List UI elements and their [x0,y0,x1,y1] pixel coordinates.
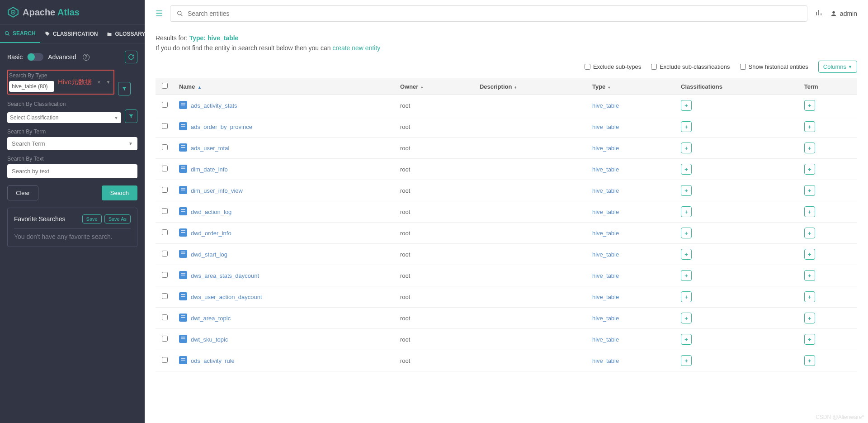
global-search[interactable] [170,5,807,22]
add-classification-button[interactable]: + [681,185,692,196]
add-term-button[interactable]: + [804,270,815,281]
type-link[interactable]: hive_table [592,145,619,152]
entity-name-link[interactable]: dwt_sku_topic [191,336,228,343]
add-classification-button[interactable]: + [681,249,692,260]
help-icon[interactable]: ? [83,54,90,61]
clear-button[interactable]: Clear [7,185,38,200]
add-term-button[interactable]: + [804,291,815,302]
add-term-button[interactable]: + [804,334,815,345]
atlas-logo-icon [7,6,19,18]
row-checkbox[interactable] [162,166,168,171]
row-checkbox[interactable] [162,272,168,278]
add-term-button[interactable]: + [804,206,815,217]
clear-type-icon[interactable]: × [97,79,101,86]
menu-toggle-icon[interactable]: ☰ [156,9,163,19]
entity-name-link[interactable]: dwd_start_log [191,251,227,258]
row-checkbox[interactable] [162,187,168,193]
entity-name-link[interactable]: ods_activity_rule [191,357,235,364]
add-term-button[interactable]: + [804,185,815,196]
classification-filter-button[interactable] [125,109,137,123]
columns-button[interactable]: Columns▼ [818,61,857,73]
tab-glossary[interactable]: GLOSSARY [102,25,150,43]
add-classification-button[interactable]: + [681,291,692,302]
header-checkbox[interactable] [156,78,174,95]
user-menu[interactable]: admin [830,10,857,17]
add-classification-button[interactable]: + [681,334,692,345]
mode-toggle[interactable] [27,53,43,61]
type-link[interactable]: hive_table [592,166,619,173]
entity-name-link[interactable]: ads_activity_stats [191,102,237,109]
add-classification-button[interactable]: + [681,100,692,111]
header-type[interactable]: Type ♦ [587,78,675,95]
entity-name-link[interactable]: dwt_area_topic [191,315,231,322]
type-link[interactable]: hive_table [592,357,619,364]
type-link[interactable]: hive_table [592,102,619,109]
entity-name-link[interactable]: dwd_order_info [191,230,231,237]
add-classification-button[interactable]: + [681,228,692,238]
tab-classification[interactable]: CLASSIFICATION [40,25,103,43]
type-link[interactable]: hive_table [592,124,619,130]
header-owner[interactable]: Owner ♦ [395,78,474,95]
chevron-down-icon[interactable]: ▼ [106,80,111,85]
row-checkbox[interactable] [162,208,168,214]
add-classification-button[interactable]: + [681,164,692,175]
add-term-button[interactable]: + [804,249,815,260]
type-select[interactable]: hive_table (80) [9,81,54,92]
table-row: dwt_area_topic root hive_table + + [156,308,857,329]
type-link[interactable]: hive_table [592,272,619,279]
classification-select[interactable]: Select Classification ▼ [7,112,121,123]
row-checkbox[interactable] [162,293,168,299]
entity-name-link[interactable]: dim_user_info_view [191,187,243,194]
save-as-button[interactable]: Save As [104,214,131,223]
row-checkbox[interactable] [162,314,168,320]
add-term-button[interactable]: + [804,121,815,132]
text-input[interactable] [7,164,137,178]
row-checkbox[interactable] [162,102,168,108]
header-description[interactable]: Description ♦ [474,78,587,95]
add-term-button[interactable]: + [804,100,815,111]
entity-name-link[interactable]: ads_order_by_province [191,124,252,130]
save-button[interactable]: Save [82,214,102,223]
row-checkbox[interactable] [162,144,168,150]
refresh-button[interactable] [125,51,137,63]
row-checkbox[interactable] [162,336,168,342]
add-classification-button[interactable]: + [681,206,692,217]
row-checkbox[interactable] [162,123,168,129]
tab-search[interactable]: SEARCH [0,25,40,43]
add-term-button[interactable]: + [804,313,815,323]
create-entity-link[interactable]: create new entity [332,44,380,52]
exclude-subclass-checkbox[interactable]: Exclude sub-classifications [651,63,730,70]
add-term-button[interactable]: + [804,228,815,238]
row-checkbox[interactable] [162,251,168,257]
type-link[interactable]: hive_table [592,336,619,343]
term-select[interactable]: Search Term ▼ [7,137,137,150]
entity-name-link[interactable]: dws_user_action_daycount [191,294,262,300]
add-classification-button[interactable]: + [681,121,692,132]
header-name[interactable]: Name ▲ [174,78,395,95]
type-filter-button[interactable] [118,82,131,95]
row-checkbox[interactable] [162,357,168,363]
add-term-button[interactable]: + [804,143,815,153]
entity-name-link[interactable]: dim_date_info [191,166,228,173]
type-link[interactable]: hive_table [592,251,619,258]
entity-name-link[interactable]: dws_area_stats_daycount [191,272,259,279]
add-classification-button[interactable]: + [681,355,692,366]
type-link[interactable]: hive_table [592,294,619,300]
add-classification-button[interactable]: + [681,143,692,153]
type-link[interactable]: hive_table [592,209,619,215]
type-link[interactable]: hive_table [592,230,619,237]
global-search-input[interactable] [188,10,801,17]
stats-icon[interactable] [815,9,823,19]
add-classification-button[interactable]: + [681,313,692,323]
add-classification-button[interactable]: + [681,270,692,281]
exclude-subtypes-checkbox[interactable]: Exclude sub-types [585,63,641,70]
show-historical-checkbox[interactable]: Show historical entities [740,63,808,70]
search-button[interactable]: Search [102,185,137,200]
entity-name-link[interactable]: dwd_action_log [191,209,231,215]
type-link[interactable]: hive_table [592,315,619,322]
entity-name-link[interactable]: ads_user_total [191,145,229,152]
add-term-button[interactable]: + [804,355,815,366]
row-checkbox[interactable] [162,229,168,235]
add-term-button[interactable]: + [804,164,815,175]
type-link[interactable]: hive_table [592,187,619,194]
